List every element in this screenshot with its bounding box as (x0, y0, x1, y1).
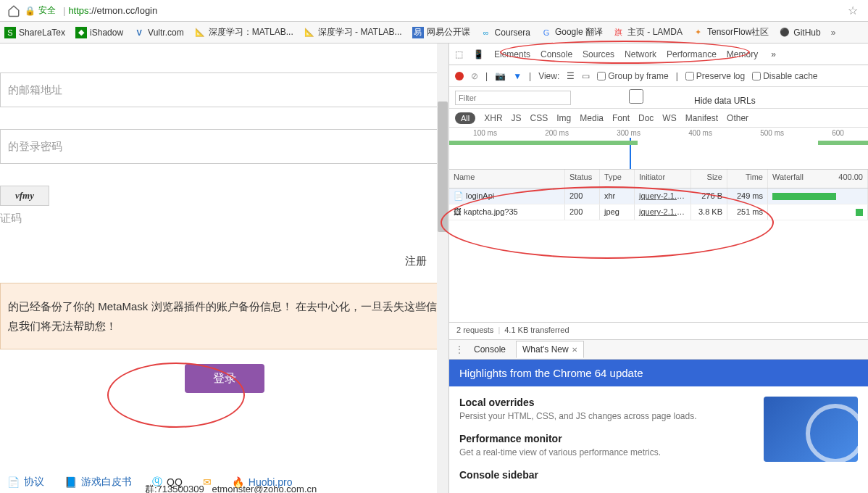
network-table-body: 📄 loginApi 200 xhr jquery-2.1.4.... 276 … (449, 188, 868, 322)
wn-item-heading[interactable]: Performance monitor (459, 433, 749, 444)
filter-xhr[interactable]: XHR (484, 113, 502, 123)
wn-item-heading[interactable]: Console sidebar (459, 469, 749, 481)
filter-manifest[interactable]: Manifest (685, 113, 718, 123)
captcha-label: 证码 (0, 212, 448, 225)
wn-item-desc: Persist your HTML, CSS, and JS changes a… (459, 411, 749, 421)
login-button[interactable]: 登录 (185, 364, 264, 393)
clear-icon[interactable]: ⊘ (471, 71, 478, 81)
disable-cache-checkbox[interactable]: Disable cache (752, 71, 817, 81)
col-initiator[interactable]: Initiator (635, 170, 691, 188)
bookmark-item[interactable]: ⚫GitHub (779, 27, 820, 38)
camera-icon[interactable]: 📷 (495, 71, 506, 81)
bookmark-item[interactable]: ◆iShadow (75, 27, 123, 38)
group-by-frame-checkbox[interactable]: Group by frame (597, 71, 668, 81)
filter-font[interactable]: Font (612, 113, 630, 123)
inspect-icon[interactable]: ⬚ (455, 49, 463, 59)
filter-icon[interactable]: ▼ (513, 71, 522, 81)
bookmark-bar: SShareLaTex ◆iShadow VVultr.com 📐深度学习：MA… (0, 22, 868, 44)
filter-img[interactable]: Img (556, 113, 571, 123)
timeline-overview[interactable]: 100 ms 200 ms 300 ms 400 ms 500 ms 600 (449, 128, 868, 170)
tab-console[interactable]: Console (541, 49, 572, 59)
bookmark-item[interactable]: GGoogle 翻译 (541, 26, 603, 38)
table-row[interactable]: 🖼 kaptcha.jpg?35 200 jpeg jquery-2.1.4..… (449, 204, 868, 220)
filter-input[interactable] (455, 91, 571, 105)
view-label: View: (538, 71, 559, 81)
captcha-image[interactable]: vfmy (0, 186, 49, 206)
contact-email: etmonster@zoho.com.cn (212, 484, 317, 493)
tab-performance[interactable]: Performance (667, 49, 717, 59)
lock-icon: 🔒 (25, 6, 36, 16)
filter-doc[interactable]: Doc (638, 113, 654, 123)
scrollbar[interactable] (437, 44, 448, 493)
record-icon[interactable] (455, 72, 464, 80)
whitepaper-link[interactable]: 📘游戏白皮书 (64, 476, 132, 489)
register-link[interactable]: 注册 (0, 254, 448, 268)
network-summary: 2 requests|4.1 KB transferred (449, 322, 868, 339)
secure-label: 安全 (38, 4, 56, 17)
col-name[interactable]: Name (449, 170, 565, 188)
warning-box: 的已经备份了你的 MetaMask 浏览器插件的账户备份信息！ 在去中心化，一旦… (0, 283, 448, 349)
preserve-log-checkbox[interactable]: Preserve log (685, 71, 745, 81)
bookmark-item[interactable]: SShareLaTex (4, 27, 65, 38)
tab-memory[interactable]: Memory (727, 49, 758, 59)
drawer-menu-icon[interactable]: ⋮ (455, 344, 464, 355)
filter-js[interactable]: JS (512, 113, 522, 123)
drawer-tabs: ⋮ Console What's New✕ (449, 339, 868, 360)
bookmark-star-icon[interactable]: ☆ (848, 4, 865, 17)
bookmark-item[interactable]: 📐深度学习 - MATLAB... (304, 26, 402, 38)
tab-elements[interactable]: Elements (494, 49, 530, 59)
filter-other[interactable]: Other (727, 113, 748, 123)
network-toolbar: ⊘ | 📷 ▼ | View: ☰ ▭ Group by frame | Pre… (449, 65, 868, 87)
filter-all[interactable]: All (455, 112, 475, 124)
bookmark-item[interactable]: VVultr.com (133, 27, 184, 38)
view-overview-icon[interactable]: ▭ (582, 71, 590, 81)
drawer-tab-console[interactable]: Console (474, 344, 506, 355)
tab-sources[interactable]: Sources (583, 49, 614, 59)
table-row[interactable]: 📄 loginApi 200 xhr jquery-2.1.4.... 276 … (449, 188, 868, 204)
bookmark-item[interactable]: 旗主页 - LAMDA (613, 26, 683, 38)
close-icon[interactable]: ✕ (572, 346, 577, 354)
bookmark-item[interactable]: ✦TensorFlow社区 (693, 26, 769, 38)
wn-item-heading[interactable]: Local overrides (459, 397, 749, 408)
page-content: 的邮箱地址 的登录密码 vfmy 证码 注册 的已经备份了你的 MetaMask… (0, 44, 449, 493)
view-large-icon[interactable]: ☰ (567, 71, 575, 81)
whatsnew-image (764, 397, 858, 462)
email-field[interactable]: 的邮箱地址 (0, 72, 448, 107)
address-bar: 🔒 安全 | https://etmon.cc/login ☆ (0, 0, 868, 22)
hide-data-urls-checkbox[interactable]: Hide data URLs (578, 89, 756, 106)
qq-group-text: 群:713500309 (145, 484, 204, 493)
agreement-link[interactable]: 📄协议 (7, 476, 44, 489)
device-icon[interactable]: 📱 (473, 49, 484, 59)
bookmark-item[interactable]: ∞Coursera (480, 27, 530, 38)
wn-item-desc: Get a real-time view of various performa… (459, 447, 749, 457)
col-status[interactable]: Status (565, 170, 600, 188)
filter-bar: Hide data URLs (449, 87, 868, 109)
col-waterfall[interactable]: Waterfall400.00 (768, 170, 868, 188)
filter-media[interactable]: Media (580, 113, 604, 123)
more-tabs-icon[interactable]: » (771, 49, 776, 59)
bookmark-item[interactable]: 易网易公开课 (412, 26, 470, 38)
url-text[interactable]: https://etmon.cc/login (68, 5, 157, 16)
col-type[interactable]: Type (600, 170, 635, 188)
col-size[interactable]: Size (691, 170, 727, 188)
network-table-header: Name Status Type Initiator Size Time Wat… (449, 170, 868, 188)
devtools-panel: ⬚ 📱 Elements Console Sources Network Per… (449, 44, 868, 493)
drawer-content: Highlights from the Chrome 64 update Loc… (449, 360, 868, 493)
devtools-tabs: ⬚ 📱 Elements Console Sources Network Per… (449, 44, 868, 65)
bookmark-overflow-icon[interactable]: » (831, 28, 836, 38)
bookmark-item[interactable]: 📐深度学习：MATLAB... (194, 26, 293, 38)
password-field[interactable]: 的登录密码 (0, 129, 448, 164)
filter-css[interactable]: CSS (530, 113, 548, 123)
highlights-heading: Highlights from the Chrome 64 update (449, 360, 868, 386)
tab-network[interactable]: Network (625, 49, 656, 59)
home-icon[interactable] (7, 4, 20, 17)
filter-ws[interactable]: WS (662, 113, 676, 123)
col-time[interactable]: Time (727, 170, 768, 188)
type-filter-bar: All XHR JS CSS Img Media Font Doc WS Man… (449, 109, 868, 128)
drawer-tab-whatsnew[interactable]: What's New✕ (516, 341, 584, 358)
